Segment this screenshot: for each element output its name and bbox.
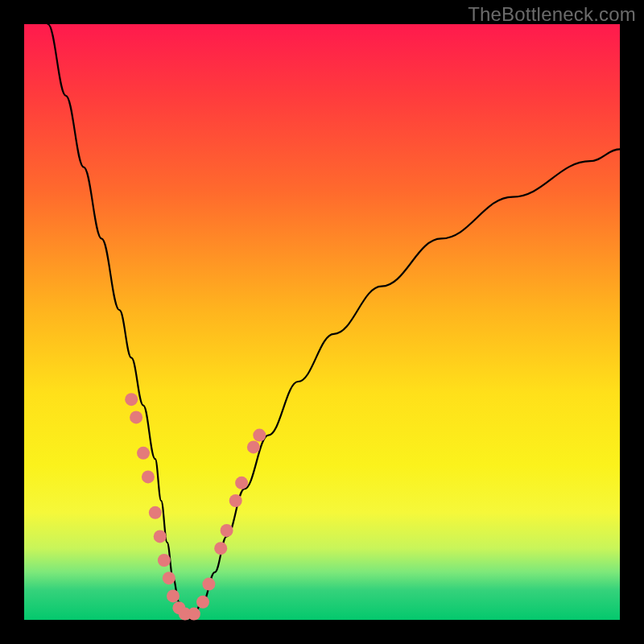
data-dot [202,578,215,591]
data-dot [158,554,171,567]
data-dot [125,393,138,406]
data-dot [142,470,155,483]
chart-svg [24,24,620,620]
data-dot [229,494,242,507]
watermark-text: TheBottleneck.com [468,3,636,26]
curve-left-arm [48,24,192,620]
data-dot [167,589,180,602]
data-dot [149,506,162,519]
data-dot [154,530,167,543]
data-dot [221,524,233,537]
data-dot [130,411,142,423]
data-dot [247,440,260,453]
data-dot [163,572,175,584]
data-dot [196,596,209,609]
plot-area [24,24,620,620]
data-dot [137,447,150,460]
data-dot [188,608,200,621]
curve-right-arm [191,149,620,620]
chart-frame: TheBottleneck.com [0,0,644,644]
data-dot [235,477,248,489]
data-dot [253,429,266,442]
data-dots [125,393,266,620]
data-dot [214,542,227,555]
